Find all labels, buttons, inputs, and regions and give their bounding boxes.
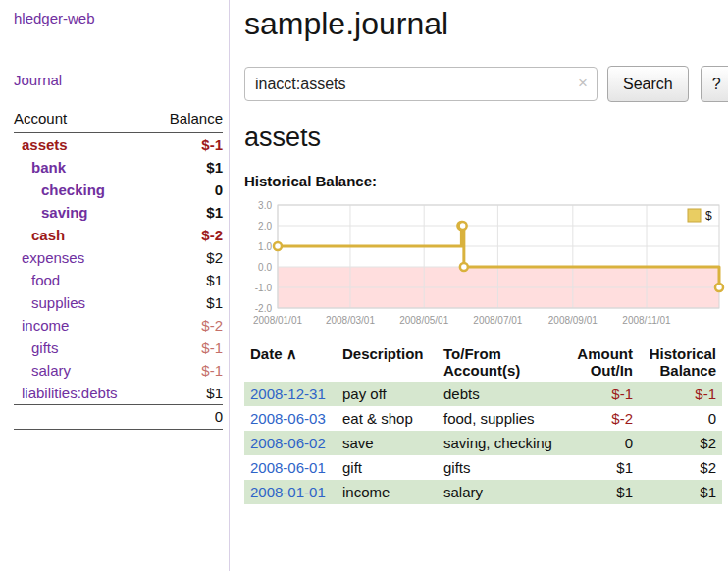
legend-label: $ [705, 209, 712, 223]
transaction-accounts: food, supplies [438, 406, 563, 431]
transaction-date-link[interactable]: 2008-06-02 [250, 435, 326, 451]
register-row: 2008-06-02 save saving, checking 0 $2 [244, 431, 722, 455]
x-axis-tick-label: 2008/11/01 [622, 315, 671, 326]
sort-ascending-icon: ∧ [286, 345, 297, 362]
x-axis-tick-label: 2008/03/01 [326, 315, 375, 326]
search-button[interactable]: Search [607, 66, 689, 102]
account-row-salary: salary $-1 [14, 359, 223, 382]
register-row: 2008-06-03 eat & shop food, supplies $-2… [244, 406, 722, 431]
account-balance: $1 [162, 156, 223, 179]
accounts-header-account: Account [14, 110, 162, 133]
y-axis-tick-label: 3.0 [258, 200, 272, 211]
data-point-marker[interactable] [460, 263, 468, 271]
register-header-date-label: Date [250, 345, 283, 362]
register-header-row: Date ∧ Description To/From Account(s) Am… [244, 342, 722, 382]
data-point-marker[interactable] [715, 284, 723, 291]
account-link[interactable]: gifts [31, 339, 59, 356]
register-header-balance: Historical Balance [639, 342, 722, 382]
account-row-cash: cash $-2 [14, 224, 223, 246]
account-link[interactable]: assets [22, 136, 68, 153]
account-heading: assets [244, 123, 722, 153]
account-row-liabilities-debts: liabilities:debts $1 [14, 382, 223, 405]
x-axis-tick-label: 2008/01/01 [253, 315, 302, 326]
account-row-checking: checking 0 [14, 179, 223, 201]
register-header-accounts: To/From Account(s) [438, 342, 563, 382]
main-content: sample.journal × Search ? assets Histori… [231, 0, 728, 571]
account-balance: $1 [162, 201, 223, 224]
account-row-gifts: gifts $-1 [14, 337, 223, 359]
transaction-date-link[interactable]: 2008-06-01 [250, 459, 326, 476]
clear-search-icon[interactable]: × [578, 74, 588, 93]
account-balance: $2 [162, 246, 223, 269]
y-axis-tick-label: -1.0 [255, 283, 273, 293]
transaction-accounts: gifts [438, 455, 563, 480]
account-link[interactable]: cash [31, 227, 65, 243]
account-link[interactable]: income [22, 317, 69, 334]
y-axis-tick-label: 0.0 [258, 262, 272, 273]
page-title: sample.journal [244, 6, 722, 42]
account-row-food: food $1 [14, 269, 223, 291]
data-point-marker[interactable] [459, 222, 467, 230]
account-link[interactable]: expenses [22, 249, 84, 266]
account-link[interactable]: bank [31, 159, 66, 176]
transaction-description: income [337, 480, 438, 504]
transaction-balance: $1 [639, 480, 722, 504]
sidebar: hledger-web Journal Account Balance asse… [0, 0, 230, 571]
account-link[interactable]: supplies [31, 294, 85, 311]
account-link[interactable]: saving [41, 204, 88, 221]
account-row-assets: assets $-1 [14, 133, 223, 157]
account-balance: $-1 [162, 133, 223, 157]
transaction-balance: 0 [639, 406, 722, 431]
transaction-amount: $-1 [563, 382, 639, 406]
transaction-amount: $1 [563, 455, 639, 480]
account-balance: $-2 [162, 314, 223, 337]
account-row-expenses: expenses $2 [14, 246, 223, 269]
account-row-income: income $-2 [14, 314, 223, 337]
app-title-link[interactable]: hledger-web [14, 10, 223, 26]
transaction-amount: $1 [563, 480, 639, 504]
account-link[interactable]: liabilities:debts [22, 385, 118, 401]
transaction-accounts: debts [438, 382, 563, 406]
register-header-date[interactable]: Date ∧ [244, 342, 337, 382]
search-input[interactable] [244, 67, 598, 101]
account-row-bank: bank $1 [14, 156, 223, 179]
search-form: × Search ? [244, 66, 722, 102]
nav-journal-link[interactable]: Journal [14, 72, 223, 88]
accounts-total-value: 0 [162, 405, 223, 430]
x-axis-tick-label: 2008/09/01 [548, 315, 598, 326]
accounts-total-row: 0 [14, 405, 223, 430]
data-point-marker[interactable] [274, 242, 282, 250]
account-balance: $1 [162, 291, 223, 314]
account-row-supplies: supplies $1 [14, 291, 223, 314]
transaction-amount: 0 [563, 431, 639, 455]
transaction-date-link[interactable]: 2008-06-03 [250, 410, 326, 427]
transaction-date-link[interactable]: 2008-01-01 [250, 484, 326, 500]
transaction-description: eat & shop [337, 406, 438, 431]
transaction-accounts: salary [438, 480, 563, 504]
account-link[interactable]: salary [31, 362, 71, 379]
account-balance: $1 [162, 382, 223, 405]
account-row-saving: saving $1 [14, 201, 223, 224]
help-button[interactable]: ? [701, 66, 728, 102]
transaction-balance: $2 [639, 431, 722, 455]
account-link[interactable]: checking [41, 182, 105, 198]
register-row: 2008-06-01 gift gifts $1 $2 [244, 455, 722, 480]
accounts-table: Account Balance assets $-1 bank $1 check… [14, 110, 223, 430]
register-header-amount: Amount Out/In [563, 342, 639, 382]
x-axis-tick-label: 2008/07/01 [473, 315, 522, 326]
transaction-balance: $2 [639, 455, 722, 480]
transaction-description: save [337, 431, 438, 455]
y-axis-tick-label: 2.0 [258, 221, 272, 232]
transaction-amount: $-2 [563, 406, 639, 431]
accounts-header-row: Account Balance [14, 110, 223, 133]
account-link[interactable]: food [31, 272, 60, 288]
register-row: 2008-01-01 income salary $1 $1 [244, 480, 722, 504]
account-balance: $1 [162, 269, 223, 291]
x-axis-tick-label: 2008/05/01 [399, 315, 448, 326]
legend-swatch [688, 209, 701, 222]
transaction-balance: $-1 [639, 382, 722, 406]
accounts-header-balance: Balance [162, 110, 223, 133]
transaction-date-link[interactable]: 2008-12-31 [250, 386, 326, 402]
transaction-accounts: saving, checking [438, 431, 563, 455]
historical-balance-chart[interactable]: 3.02.01.00.0-1.0-2.02008/01/012008/03/01… [244, 195, 725, 333]
